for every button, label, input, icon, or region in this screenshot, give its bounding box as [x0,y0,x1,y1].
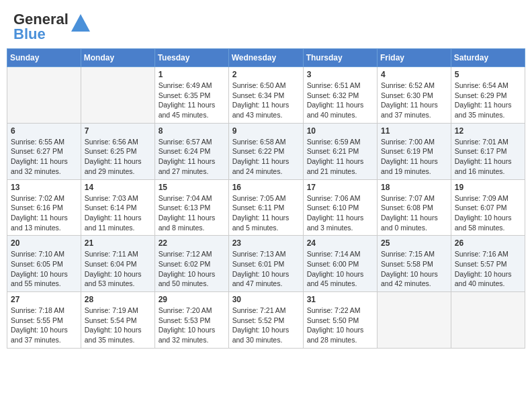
day-info: Sunrise: 7:05 AM Sunset: 6:11 PM Dayligh… [232,193,300,233]
day-info: Sunrise: 7:00 AM Sunset: 6:19 PM Dayligh… [381,137,447,177]
day-number: 31 [307,295,373,304]
day-number: 4 [381,70,447,79]
day-number: 5 [455,70,521,79]
day-number: 11 [381,126,447,136]
calendar-cell: 31Sunrise: 7:22 AM Sunset: 5:50 PM Dayli… [303,292,377,349]
day-info: Sunrise: 7:22 AM Sunset: 5:50 PM Dayligh… [307,306,373,345]
day-info: Sunrise: 6:58 AM Sunset: 6:22 PM Dayligh… [232,137,300,177]
day-info: Sunrise: 6:56 AM Sunset: 6:25 PM Dayligh… [85,137,151,177]
day-number: 13 [11,183,77,192]
day-info: Sunrise: 6:49 AM Sunset: 6:35 PM Dayligh… [159,81,225,120]
day-info: Sunrise: 7:02 AM Sunset: 6:16 PM Dayligh… [11,193,77,233]
day-number: 30 [232,295,300,304]
calendar-cell [81,67,154,124]
day-number: 12 [455,126,521,136]
day-info: Sunrise: 7:03 AM Sunset: 6:14 PM Dayligh… [85,193,151,233]
logo: General Blue [13,12,91,42]
day-info: Sunrise: 7:16 AM Sunset: 5:57 PM Dayligh… [455,249,521,289]
day-info: Sunrise: 7:18 AM Sunset: 5:55 PM Dayligh… [11,306,77,345]
day-header-tuesday: Tuesday [154,49,228,67]
day-info: Sunrise: 7:01 AM Sunset: 6:17 PM Dayligh… [455,137,521,177]
day-number: 18 [381,183,447,192]
calendar-cell [451,292,525,349]
day-info: Sunrise: 7:13 AM Sunset: 6:01 PM Dayligh… [232,249,300,289]
calendar-week-row: 27Sunrise: 7:18 AM Sunset: 5:55 PM Dayli… [7,292,525,349]
day-number: 25 [381,238,447,248]
day-info: Sunrise: 6:59 AM Sunset: 6:21 PM Dayligh… [307,137,373,177]
calendar-cell: 10Sunrise: 6:59 AM Sunset: 6:21 PM Dayli… [303,123,377,179]
day-info: Sunrise: 7:06 AM Sunset: 6:10 PM Dayligh… [307,193,373,233]
day-number: 1 [159,70,225,79]
day-info: Sunrise: 7:15 AM Sunset: 5:58 PM Dayligh… [381,249,447,289]
day-info: Sunrise: 7:10 AM Sunset: 6:05 PM Dayligh… [11,249,77,289]
day-info: Sunrise: 7:21 AM Sunset: 5:52 PM Dayligh… [232,306,300,345]
calendar-cell: 17Sunrise: 7:06 AM Sunset: 6:10 PM Dayli… [303,179,377,236]
day-header-saturday: Saturday [451,49,525,67]
day-info: Sunrise: 7:19 AM Sunset: 5:54 PM Dayligh… [85,306,151,345]
day-number: 14 [85,183,151,192]
calendar-cell: 16Sunrise: 7:05 AM Sunset: 6:11 PM Dayli… [228,179,303,236]
day-number: 22 [159,238,225,248]
day-info: Sunrise: 7:07 AM Sunset: 6:08 PM Dayligh… [381,193,447,233]
calendar-cell: 15Sunrise: 7:04 AM Sunset: 6:13 PM Dayli… [154,179,228,236]
calendar-cell: 8Sunrise: 6:57 AM Sunset: 6:24 PM Daylig… [154,123,228,179]
day-info: Sunrise: 7:11 AM Sunset: 6:04 PM Dayligh… [85,249,151,289]
day-number: 19 [455,183,521,192]
day-info: Sunrise: 7:14 AM Sunset: 6:00 PM Dayligh… [307,249,373,289]
calendar-cell: 21Sunrise: 7:11 AM Sunset: 6:04 PM Dayli… [81,236,154,292]
day-number: 3 [307,70,373,79]
day-info: Sunrise: 7:09 AM Sunset: 6:07 PM Dayligh… [455,193,521,233]
day-info: Sunrise: 6:57 AM Sunset: 6:24 PM Dayligh… [159,137,225,177]
calendar-week-row: 20Sunrise: 7:10 AM Sunset: 6:05 PM Dayli… [7,236,525,292]
day-number: 6 [11,126,77,136]
logo-text: General Blue [13,12,69,42]
day-number: 20 [11,238,77,248]
day-number: 23 [232,238,300,248]
calendar-cell: 19Sunrise: 7:09 AM Sunset: 6:07 PM Dayli… [451,179,525,236]
calendar-cell: 18Sunrise: 7:07 AM Sunset: 6:08 PM Dayli… [378,179,451,236]
calendar-table: SundayMondayTuesdayWednesdayThursdayFrid… [7,48,525,349]
day-info: Sunrise: 6:50 AM Sunset: 6:34 PM Dayligh… [232,81,300,120]
day-number: 8 [159,126,225,136]
day-number: 2 [232,70,300,79]
calendar-cell: 3Sunrise: 6:51 AM Sunset: 6:32 PM Daylig… [303,67,377,124]
calendar-cell: 11Sunrise: 7:00 AM Sunset: 6:19 PM Dayli… [378,123,451,179]
day-number: 24 [307,238,373,248]
logo-icon [70,13,91,34]
calendar-cell: 1Sunrise: 6:49 AM Sunset: 6:35 PM Daylig… [154,67,228,124]
day-number: 9 [232,126,300,136]
calendar-cell: 6Sunrise: 6:55 AM Sunset: 6:27 PM Daylig… [7,123,81,179]
day-header-thursday: Thursday [303,49,377,67]
day-info: Sunrise: 7:12 AM Sunset: 6:02 PM Dayligh… [159,249,225,289]
day-info: Sunrise: 7:04 AM Sunset: 6:13 PM Dayligh… [159,193,225,233]
day-info: Sunrise: 6:52 AM Sunset: 6:30 PM Dayligh… [381,81,447,120]
calendar-cell: 12Sunrise: 7:01 AM Sunset: 6:17 PM Dayli… [451,123,525,179]
calendar-cell [7,67,81,124]
day-number: 16 [232,183,300,192]
calendar-cell: 13Sunrise: 7:02 AM Sunset: 6:16 PM Dayli… [7,179,81,236]
calendar-cell: 26Sunrise: 7:16 AM Sunset: 5:57 PM Dayli… [451,236,525,292]
day-number: 7 [85,126,151,136]
calendar-cell: 28Sunrise: 7:19 AM Sunset: 5:54 PM Dayli… [81,292,154,349]
calendar-cell: 27Sunrise: 7:18 AM Sunset: 5:55 PM Dayli… [7,292,81,349]
day-info: Sunrise: 6:55 AM Sunset: 6:27 PM Dayligh… [11,137,77,177]
header: General Blue [7,7,525,44]
day-info: Sunrise: 7:20 AM Sunset: 5:53 PM Dayligh… [159,306,225,345]
calendar-week-row: 13Sunrise: 7:02 AM Sunset: 6:16 PM Dayli… [7,179,525,236]
calendar-cell: 2Sunrise: 6:50 AM Sunset: 6:34 PM Daylig… [228,67,303,124]
day-number: 27 [11,295,77,304]
calendar-cell: 24Sunrise: 7:14 AM Sunset: 6:00 PM Dayli… [303,236,377,292]
day-header-sunday: Sunday [7,49,81,67]
calendar-header-row: SundayMondayTuesdayWednesdayThursdayFrid… [7,49,525,67]
day-header-monday: Monday [81,49,154,67]
day-number: 17 [307,183,373,192]
calendar-cell: 20Sunrise: 7:10 AM Sunset: 6:05 PM Dayli… [7,236,81,292]
day-info: Sunrise: 6:54 AM Sunset: 6:29 PM Dayligh… [455,81,521,120]
calendar-cell: 14Sunrise: 7:03 AM Sunset: 6:14 PM Dayli… [81,179,154,236]
day-header-wednesday: Wednesday [228,49,303,67]
calendar-cell: 22Sunrise: 7:12 AM Sunset: 6:02 PM Dayli… [154,236,228,292]
day-number: 10 [307,126,373,136]
calendar-week-row: 6Sunrise: 6:55 AM Sunset: 6:27 PM Daylig… [7,123,525,179]
calendar-cell: 25Sunrise: 7:15 AM Sunset: 5:58 PM Dayli… [378,236,451,292]
day-number: 21 [85,238,151,248]
